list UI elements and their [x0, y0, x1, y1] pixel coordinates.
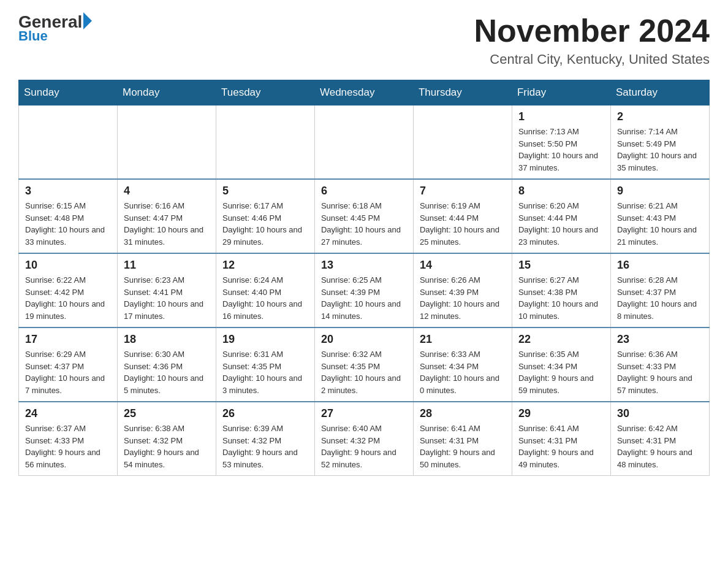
day-info: Sunrise: 6:41 AM Sunset: 4:31 PM Dayligh… — [518, 423, 604, 470]
calendar-cell: 18Sunrise: 6:30 AM Sunset: 4:36 PM Dayli… — [117, 327, 216, 402]
day-info: Sunrise: 6:17 AM Sunset: 4:46 PM Dayligh… — [222, 200, 308, 248]
day-number: 21 — [420, 333, 506, 346]
calendar-cell: 7Sunrise: 6:19 AM Sunset: 4:44 PM Daylig… — [413, 179, 512, 253]
day-number: 1 — [518, 110, 604, 123]
day-number: 26 — [222, 407, 308, 420]
day-info: Sunrise: 6:31 AM Sunset: 4:35 PM Dayligh… — [222, 348, 308, 396]
day-info: Sunrise: 7:13 AM Sunset: 5:50 PM Dayligh… — [518, 126, 604, 174]
weekday-header-monday: Monday — [117, 80, 216, 105]
weekday-header-friday: Friday — [512, 80, 610, 105]
page-header: General Blue November 2024 Central City,… — [18, 12, 710, 67]
calendar-cell — [117, 105, 216, 180]
day-info: Sunrise: 6:19 AM Sunset: 4:44 PM Dayligh… — [420, 200, 506, 248]
day-number: 7 — [420, 185, 506, 197]
calendar-cell: 25Sunrise: 6:38 AM Sunset: 4:32 PM Dayli… — [117, 402, 216, 476]
day-number: 14 — [420, 259, 506, 272]
calendar-cell: 15Sunrise: 6:27 AM Sunset: 4:38 PM Dayli… — [512, 253, 610, 327]
title-area: November 2024 Central City, Kentucky, Un… — [474, 12, 710, 67]
day-info: Sunrise: 6:25 AM Sunset: 4:39 PM Dayligh… — [321, 274, 407, 322]
calendar-cell — [216, 105, 314, 180]
calendar-cell: 2Sunrise: 7:14 AM Sunset: 5:49 PM Daylig… — [610, 105, 709, 180]
day-number: 19 — [222, 333, 308, 346]
calendar-cell: 6Sunrise: 6:18 AM Sunset: 4:45 PM Daylig… — [314, 179, 413, 253]
week-row-2: 10Sunrise: 6:22 AM Sunset: 4:42 PM Dayli… — [19, 253, 710, 327]
day-info: Sunrise: 6:20 AM Sunset: 4:44 PM Dayligh… — [518, 200, 604, 248]
day-number: 24 — [25, 407, 111, 420]
day-info: Sunrise: 6:18 AM Sunset: 4:45 PM Dayligh… — [321, 200, 407, 248]
week-row-0: 1Sunrise: 7:13 AM Sunset: 5:50 PM Daylig… — [19, 105, 710, 180]
weekday-header-saturday: Saturday — [610, 80, 709, 105]
calendar-cell: 20Sunrise: 6:32 AM Sunset: 4:35 PM Dayli… — [314, 327, 413, 402]
day-info: Sunrise: 6:38 AM Sunset: 4:32 PM Dayligh… — [124, 423, 210, 470]
calendar-cell: 13Sunrise: 6:25 AM Sunset: 4:39 PM Dayli… — [314, 253, 413, 327]
calendar-location: Central City, Kentucky, United States — [474, 52, 710, 67]
weekday-header-thursday: Thursday — [413, 80, 512, 105]
day-info: Sunrise: 6:26 AM Sunset: 4:39 PM Dayligh… — [420, 274, 506, 322]
day-info: Sunrise: 6:29 AM Sunset: 4:37 PM Dayligh… — [25, 348, 111, 396]
day-number: 17 — [25, 333, 111, 346]
day-number: 23 — [617, 333, 703, 346]
day-info: Sunrise: 6:28 AM Sunset: 4:37 PM Dayligh… — [617, 274, 703, 322]
day-number: 8 — [518, 185, 604, 197]
calendar-cell: 11Sunrise: 6:23 AM Sunset: 4:41 PM Dayli… — [117, 253, 216, 327]
calendar-cell: 1Sunrise: 7:13 AM Sunset: 5:50 PM Daylig… — [512, 105, 610, 180]
logo-arrow-icon — [83, 12, 92, 29]
calendar-cell — [19, 105, 118, 180]
calendar-cell: 4Sunrise: 6:16 AM Sunset: 4:47 PM Daylig… — [117, 179, 216, 253]
day-number: 5 — [222, 185, 308, 197]
calendar-cell: 23Sunrise: 6:36 AM Sunset: 4:33 PM Dayli… — [610, 327, 709, 402]
day-info: Sunrise: 6:33 AM Sunset: 4:34 PM Dayligh… — [420, 348, 506, 396]
day-info: Sunrise: 6:41 AM Sunset: 4:31 PM Dayligh… — [420, 423, 506, 470]
day-info: Sunrise: 6:42 AM Sunset: 4:31 PM Dayligh… — [617, 423, 703, 470]
calendar-cell: 29Sunrise: 6:41 AM Sunset: 4:31 PM Dayli… — [512, 402, 610, 476]
calendar-table: SundayMondayTuesdayWednesdayThursdayFrid… — [18, 80, 710, 476]
day-info: Sunrise: 6:35 AM Sunset: 4:34 PM Dayligh… — [518, 348, 604, 396]
day-number: 20 — [321, 333, 407, 346]
calendar-cell: 5Sunrise: 6:17 AM Sunset: 4:46 PM Daylig… — [216, 179, 314, 253]
day-info: Sunrise: 6:32 AM Sunset: 4:35 PM Dayligh… — [321, 348, 407, 396]
day-number: 4 — [124, 185, 210, 197]
day-number: 30 — [617, 407, 703, 420]
calendar-cell: 9Sunrise: 6:21 AM Sunset: 4:43 PM Daylig… — [610, 179, 709, 253]
day-number: 6 — [321, 185, 407, 197]
calendar-cell: 17Sunrise: 6:29 AM Sunset: 4:37 PM Dayli… — [19, 327, 118, 402]
week-row-1: 3Sunrise: 6:15 AM Sunset: 4:48 PM Daylig… — [19, 179, 710, 253]
calendar-cell: 24Sunrise: 6:37 AM Sunset: 4:33 PM Dayli… — [19, 402, 118, 476]
day-info: Sunrise: 6:40 AM Sunset: 4:32 PM Dayligh… — [321, 423, 407, 470]
day-number: 2 — [617, 110, 703, 123]
day-number: 9 — [617, 185, 703, 197]
weekday-header-sunday: Sunday — [19, 80, 118, 105]
calendar-cell: 27Sunrise: 6:40 AM Sunset: 4:32 PM Dayli… — [314, 402, 413, 476]
calendar-cell — [314, 105, 413, 180]
day-info: Sunrise: 6:15 AM Sunset: 4:48 PM Dayligh… — [25, 200, 111, 248]
day-info: Sunrise: 7:14 AM Sunset: 5:49 PM Dayligh… — [617, 126, 703, 174]
day-info: Sunrise: 6:39 AM Sunset: 4:32 PM Dayligh… — [222, 423, 308, 470]
calendar-cell: 8Sunrise: 6:20 AM Sunset: 4:44 PM Daylig… — [512, 179, 610, 253]
logo-blue-text: Blue — [18, 28, 48, 44]
calendar-cell — [413, 105, 512, 180]
day-info: Sunrise: 6:36 AM Sunset: 4:33 PM Dayligh… — [617, 348, 703, 396]
day-number: 28 — [420, 407, 506, 420]
weekday-header-row: SundayMondayTuesdayWednesdayThursdayFrid… — [19, 80, 710, 105]
calendar-cell: 14Sunrise: 6:26 AM Sunset: 4:39 PM Dayli… — [413, 253, 512, 327]
calendar-title: November 2024 — [474, 12, 710, 49]
calendar-cell: 12Sunrise: 6:24 AM Sunset: 4:40 PM Dayli… — [216, 253, 314, 327]
day-info: Sunrise: 6:22 AM Sunset: 4:42 PM Dayligh… — [25, 274, 111, 322]
calendar-cell: 3Sunrise: 6:15 AM Sunset: 4:48 PM Daylig… — [19, 179, 118, 253]
week-row-4: 24Sunrise: 6:37 AM Sunset: 4:33 PM Dayli… — [19, 402, 710, 476]
weekday-header-tuesday: Tuesday — [216, 80, 314, 105]
calendar-cell: 28Sunrise: 6:41 AM Sunset: 4:31 PM Dayli… — [413, 402, 512, 476]
day-number: 13 — [321, 259, 407, 272]
day-info: Sunrise: 6:16 AM Sunset: 4:47 PM Dayligh… — [124, 200, 210, 248]
week-row-3: 17Sunrise: 6:29 AM Sunset: 4:37 PM Dayli… — [19, 327, 710, 402]
day-info: Sunrise: 6:30 AM Sunset: 4:36 PM Dayligh… — [124, 348, 210, 396]
calendar-cell: 21Sunrise: 6:33 AM Sunset: 4:34 PM Dayli… — [413, 327, 512, 402]
day-info: Sunrise: 6:23 AM Sunset: 4:41 PM Dayligh… — [124, 274, 210, 322]
calendar-cell: 16Sunrise: 6:28 AM Sunset: 4:37 PM Dayli… — [610, 253, 709, 327]
calendar-cell: 10Sunrise: 6:22 AM Sunset: 4:42 PM Dayli… — [19, 253, 118, 327]
day-number: 27 — [321, 407, 407, 420]
day-info: Sunrise: 6:27 AM Sunset: 4:38 PM Dayligh… — [518, 274, 604, 322]
calendar-cell: 19Sunrise: 6:31 AM Sunset: 4:35 PM Dayli… — [216, 327, 314, 402]
calendar-cell: 22Sunrise: 6:35 AM Sunset: 4:34 PM Dayli… — [512, 327, 610, 402]
calendar-cell: 26Sunrise: 6:39 AM Sunset: 4:32 PM Dayli… — [216, 402, 314, 476]
